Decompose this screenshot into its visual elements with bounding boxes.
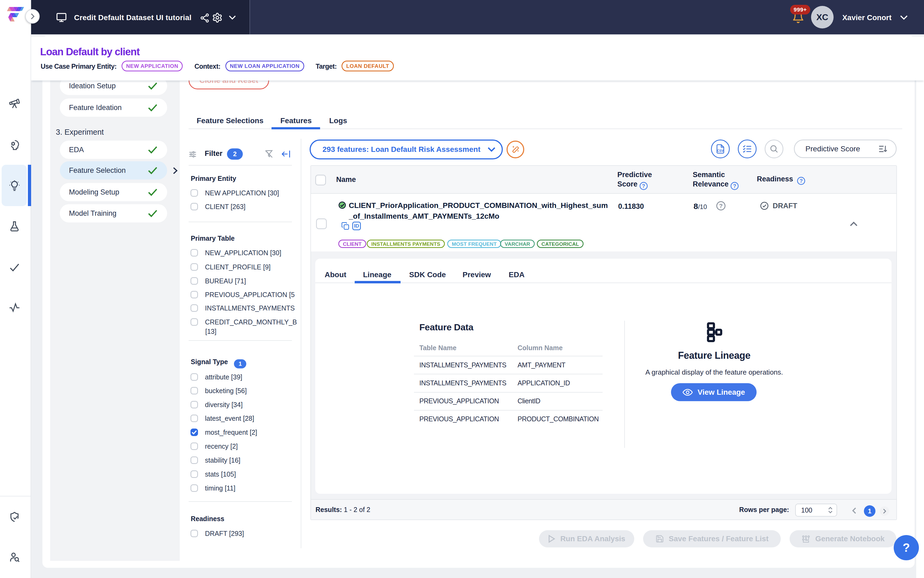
svg-text:CSV: CSV — [717, 149, 724, 153]
